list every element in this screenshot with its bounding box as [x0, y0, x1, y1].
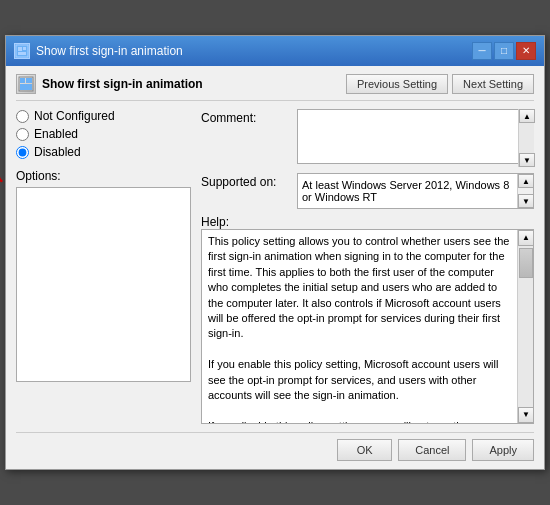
close-button[interactable]: ✕ — [516, 42, 536, 60]
main-window: Show first sign-in animation ─ □ ✕ Show — [5, 35, 545, 470]
comment-scroll-up[interactable]: ▲ — [519, 109, 535, 123]
comment-scroll-track — [519, 123, 534, 153]
supported-text: At least Windows Server 2012, Windows 8 … — [302, 179, 529, 203]
previous-setting-button[interactable]: Previous Setting — [346, 74, 448, 94]
title-bar-controls: ─ □ ✕ — [472, 42, 536, 60]
dialog-content: Show first sign-in animation Previous Se… — [6, 66, 544, 469]
help-section: Help: — [201, 215, 534, 229]
help-scroll-track — [518, 246, 533, 407]
options-box — [16, 187, 191, 382]
enabled-radio[interactable] — [16, 128, 29, 141]
right-panel: Comment: ▲ ▼ Supported on: At least — [201, 109, 534, 424]
help-scrollbar: ▲ ▼ — [517, 230, 533, 423]
not-configured-option: Not Configured — [16, 109, 191, 123]
ok-button[interactable]: OK — [337, 439, 392, 461]
title-bar: Show first sign-in animation ─ □ ✕ — [6, 36, 544, 66]
header-title: Show first sign-in animation — [16, 74, 203, 94]
disabled-option: Disabled — [16, 145, 191, 159]
not-configured-label[interactable]: Not Configured — [34, 109, 115, 123]
comment-scroll-down[interactable]: ▼ — [519, 153, 535, 167]
disabled-radio[interactable] — [16, 146, 29, 159]
cancel-button[interactable]: Cancel — [398, 439, 466, 461]
help-scroll-up[interactable]: ▲ — [518, 230, 534, 246]
svg-rect-3 — [18, 52, 26, 55]
restore-button[interactable]: □ — [494, 42, 514, 60]
title-bar-left: Show first sign-in animation — [14, 43, 183, 59]
minimize-button[interactable]: ─ — [472, 42, 492, 60]
help-text: This policy setting allows you to contro… — [208, 235, 513, 424]
comment-area: ▲ ▼ — [297, 109, 534, 167]
red-arrow-indicator — [0, 153, 11, 193]
comment-textarea[interactable] — [297, 109, 534, 164]
svg-rect-7 — [20, 84, 32, 90]
window-title: Show first sign-in animation — [36, 44, 183, 58]
main-area: Not Configured Enabled Disabled — [16, 109, 534, 424]
svg-line-8 — [0, 161, 1, 181]
footer-row: OK Cancel Apply — [16, 432, 534, 461]
radio-group: Not Configured Enabled Disabled — [16, 109, 191, 159]
window-icon — [14, 43, 30, 59]
supported-box: At least Windows Server 2012, Windows 8 … — [297, 173, 534, 209]
svg-rect-5 — [20, 78, 25, 83]
enabled-label[interactable]: Enabled — [34, 127, 78, 141]
svg-rect-1 — [18, 47, 22, 51]
header-row: Show first sign-in animation Previous Se… — [16, 74, 534, 101]
header-icon — [16, 74, 36, 94]
next-setting-button[interactable]: Next Setting — [452, 74, 534, 94]
not-configured-radio[interactable] — [16, 110, 29, 123]
supported-label: Supported on: — [201, 173, 291, 189]
help-label: Help: — [201, 215, 229, 229]
svg-marker-9 — [0, 171, 1, 181]
header-title-text: Show first sign-in animation — [42, 77, 203, 91]
supported-field-row: Supported on: At least Windows Server 20… — [201, 173, 534, 209]
comment-field-row: Comment: ▲ ▼ — [201, 109, 534, 167]
enabled-option: Enabled — [16, 127, 191, 141]
svg-rect-2 — [23, 47, 26, 50]
help-scroll-thumb — [519, 248, 533, 278]
supported-scrollbar: ▲ ▼ — [517, 174, 533, 208]
help-box: This policy setting allows you to contro… — [201, 229, 534, 424]
apply-button[interactable]: Apply — [472, 439, 534, 461]
supported-scroll-down[interactable]: ▼ — [518, 194, 534, 208]
help-scroll-down[interactable]: ▼ — [518, 407, 534, 423]
nav-buttons: Previous Setting Next Setting — [346, 74, 534, 94]
disabled-label[interactable]: Disabled — [34, 145, 81, 159]
options-label: Options: — [16, 169, 191, 183]
comment-scrollbar: ▲ ▼ — [518, 109, 534, 167]
svg-rect-6 — [26, 78, 32, 83]
comment-label: Comment: — [201, 109, 291, 125]
supported-scroll-up[interactable]: ▲ — [518, 174, 534, 188]
left-panel: Not Configured Enabled Disabled — [16, 109, 191, 424]
